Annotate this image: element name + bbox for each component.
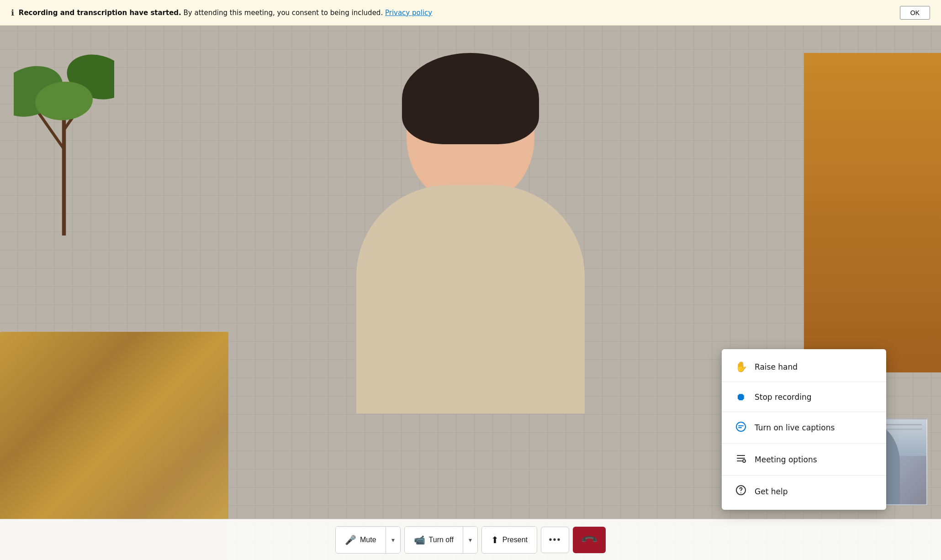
banner-text-normal: By attending this meeting, you consent t… <box>184 9 383 17</box>
ok-button[interactable]: OK <box>900 6 930 20</box>
banner-text: Recording and transcription have started… <box>19 9 891 17</box>
person-hair-fringe <box>411 85 530 131</box>
menu-divider-4 <box>722 475 886 476</box>
menu-item-live-captions[interactable]: Turn on live captions <box>722 413 886 442</box>
background-plant <box>14 53 114 236</box>
mute-chevron[interactable]: ▾ <box>386 527 400 553</box>
shelf-right <box>804 53 941 372</box>
mute-button[interactable]: 🎤 Mute <box>336 527 386 553</box>
menu-divider-1 <box>722 382 886 382</box>
video-main: ✋ Raise hand ⏺ Stop recording Turn on li… <box>0 26 941 560</box>
meeting-options-icon <box>735 453 747 466</box>
end-call-button[interactable]: 📞 <box>573 527 606 553</box>
menu-item-meeting-options[interactable]: Meeting options <box>722 445 886 474</box>
get-help-icon <box>735 485 747 498</box>
camera-button[interactable]: 📹 Turn off <box>405 527 463 553</box>
mute-label: Mute <box>360 536 376 544</box>
person-body <box>356 185 585 413</box>
stop-recording-label: Stop recording <box>755 393 812 402</box>
get-help-label: Get help <box>755 487 788 496</box>
menu-divider-2 <box>722 412 886 412</box>
raise-hand-icon: ✋ <box>735 361 747 372</box>
camera-icon: 📹 <box>414 534 425 545</box>
camera-chevron-icon: ▾ <box>469 536 472 544</box>
control-bar: 🎤 Mute ▾ 📹 Turn off ▾ ⬆ Present ••• 📞 <box>0 519 941 560</box>
svg-point-9 <box>740 492 741 493</box>
mute-button-group: 🎤 Mute ▾ <box>335 526 401 554</box>
present-button-group: ⬆ Present <box>481 526 537 554</box>
live-captions-label: Turn on live captions <box>755 423 835 432</box>
menu-item-stop-recording[interactable]: ⏺ Stop recording <box>722 383 886 411</box>
info-icon: ℹ <box>11 8 14 17</box>
more-options-menu: ✋ Raise hand ⏺ Stop recording Turn on li… <box>722 349 886 510</box>
microphone-icon: 🎤 <box>345 534 356 545</box>
mute-chevron-icon: ▾ <box>391 536 395 544</box>
camera-label: Turn off <box>429 536 454 544</box>
menu-item-raise-hand[interactable]: ✋ Raise hand <box>722 353 886 381</box>
menu-divider-3 <box>722 443 886 444</box>
live-captions-icon <box>735 421 747 434</box>
camera-chevron[interactable]: ▾ <box>463 527 477 553</box>
banner-text-bold: Recording and transcription have started… <box>19 9 181 17</box>
present-icon: ⬆ <box>491 534 499 545</box>
svg-point-7 <box>743 460 745 462</box>
svg-point-6 <box>736 422 745 431</box>
more-options-icon: ••• <box>549 534 561 545</box>
meeting-options-label: Meeting options <box>755 455 817 464</box>
privacy-policy-link[interactable]: Privacy policy <box>385 9 432 17</box>
menu-item-get-help[interactable]: Get help <box>722 476 886 506</box>
present-label: Present <box>502 536 528 544</box>
camera-button-group: 📹 Turn off ▾ <box>404 526 478 554</box>
notification-banner: ℹ Recording and transcription have start… <box>0 0 941 26</box>
more-options-button[interactable]: ••• <box>541 527 569 553</box>
stop-recording-icon: ⏺ <box>735 391 747 403</box>
end-call-icon: 📞 <box>580 530 598 549</box>
present-button[interactable]: ⬆ Present <box>482 527 537 553</box>
raise-hand-label: Raise hand <box>755 362 798 372</box>
main-speaker-video <box>333 48 608 423</box>
